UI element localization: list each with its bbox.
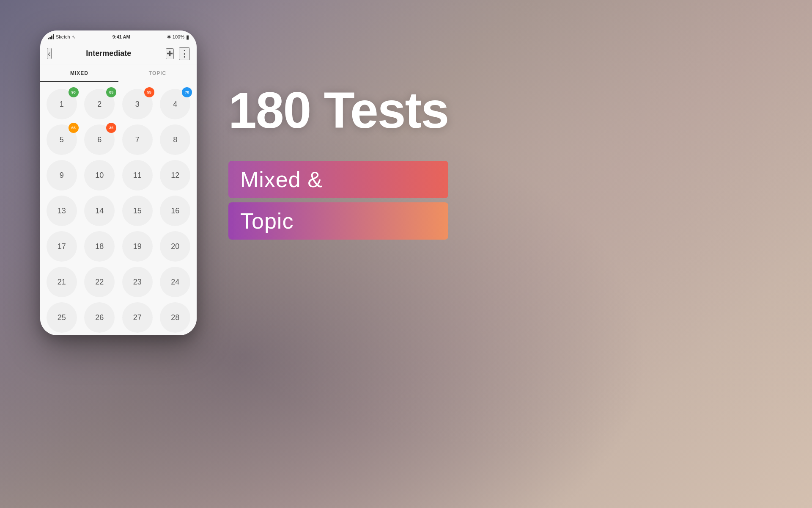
test-item[interactable]: 20: [160, 231, 190, 262]
test-item[interactable]: 19: [122, 231, 153, 262]
status-right: ✱ 100% ▮: [167, 34, 189, 40]
mixed-badge: Mixed &: [228, 161, 448, 198]
test-item[interactable]: 9: [47, 160, 77, 190]
test-item[interactable]: 23: [122, 267, 153, 297]
hero-badges: Mixed & Topic: [228, 161, 448, 240]
header-icons: ✚ ⋮: [166, 47, 190, 60]
test-item[interactable]: 355: [122, 89, 153, 119]
wifi-icon: ∿: [72, 34, 76, 40]
tests-count: 180 Tests: [228, 85, 448, 135]
carrier-label: Sketch: [56, 34, 70, 39]
test-item[interactable]: 25: [47, 302, 77, 333]
score-badge: 55: [144, 87, 154, 97]
test-item[interactable]: 8: [160, 124, 190, 155]
test-item[interactable]: 16: [160, 196, 190, 226]
tab-mixed[interactable]: MIXED: [40, 64, 118, 82]
battery-label: 100%: [173, 34, 184, 39]
status-bar: Sketch ∿ 9:41 AM ✱ 100% ▮: [40, 30, 197, 43]
test-item[interactable]: 11: [122, 160, 153, 190]
app-header: ‹ Intermediate ✚ ⋮: [40, 43, 197, 64]
score-badge: 65: [69, 123, 79, 133]
test-item[interactable]: 21: [47, 267, 77, 297]
test-item[interactable]: 190: [47, 89, 77, 119]
test-item[interactable]: 22: [84, 267, 115, 297]
test-item[interactable]: 635: [84, 124, 115, 155]
share-button[interactable]: ✚: [166, 48, 174, 59]
test-item[interactable]: 27: [122, 302, 153, 333]
tab-bar: MIXED TOPIC: [40, 64, 197, 82]
test-item[interactable]: 17: [47, 231, 77, 262]
phone-mockup: Sketch ∿ 9:41 AM ✱ 100% ▮ ‹ Intermediate…: [40, 30, 197, 335]
test-item[interactable]: 18: [84, 231, 115, 262]
test-item[interactable]: 565: [47, 124, 77, 155]
status-left: Sketch ∿: [48, 34, 76, 40]
test-item[interactable]: 26: [84, 302, 115, 333]
test-item[interactable]: 24: [160, 267, 190, 297]
score-badge: 35: [106, 123, 116, 133]
score-badge: 85: [106, 87, 116, 97]
test-item[interactable]: 10: [84, 160, 115, 190]
time-label: 9:41 AM: [112, 34, 130, 39]
battery-icon: ▮: [186, 34, 189, 40]
test-item[interactable]: 470: [160, 89, 190, 119]
test-grid: 1902853554705656357891011121314151617181…: [45, 89, 192, 333]
hero-section: 180 Tests Mixed & Topic: [228, 85, 448, 240]
test-item[interactable]: 15: [122, 196, 153, 226]
tab-topic[interactable]: TOPIC: [118, 64, 197, 82]
test-item[interactable]: 13: [47, 196, 77, 226]
score-badge: 70: [182, 87, 192, 97]
signal-icon: [48, 34, 54, 39]
bluetooth-icon: ✱: [167, 34, 171, 40]
topic-badge: Topic: [228, 202, 448, 240]
phone-screen: Sketch ∿ 9:41 AM ✱ 100% ▮ ‹ Intermediate…: [40, 30, 197, 335]
test-item[interactable]: 28: [160, 302, 190, 333]
score-badge: 90: [69, 87, 79, 97]
page-title: Intermediate: [86, 49, 131, 58]
test-item[interactable]: 14: [84, 196, 115, 226]
test-grid-scroll[interactable]: 1902853554705656357891011121314151617181…: [40, 82, 197, 335]
more-button[interactable]: ⋮: [179, 47, 190, 60]
test-item[interactable]: 7: [122, 124, 153, 155]
test-item[interactable]: 12: [160, 160, 190, 190]
back-button[interactable]: ‹: [47, 48, 52, 59]
test-item[interactable]: 285: [84, 89, 115, 119]
